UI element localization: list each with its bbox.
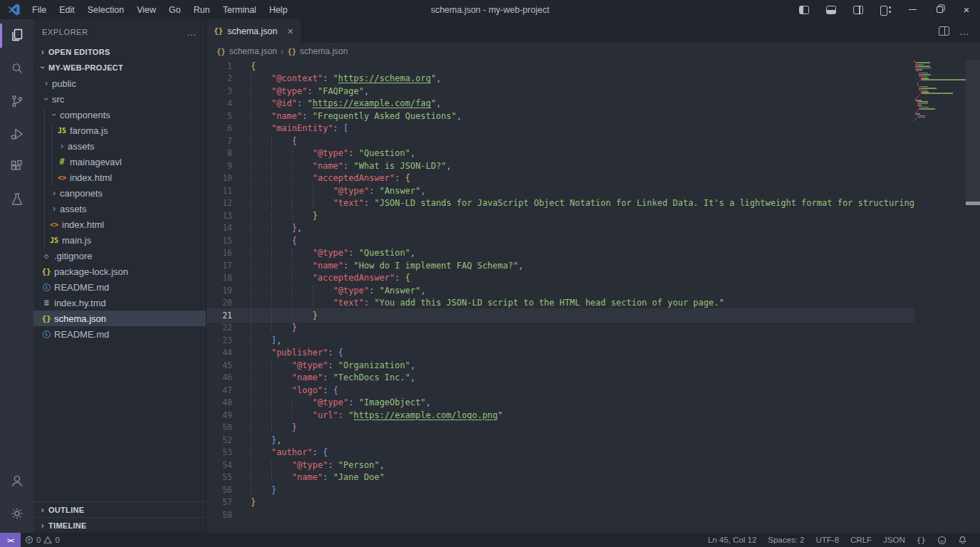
toggle-sidebar-icon[interactable]	[791, 0, 818, 19]
menu-view[interactable]: View	[130, 0, 162, 19]
status-utf-8[interactable]: UTF-8	[810, 533, 845, 547]
file-.gitignore[interactable]: ◇.gitignore	[33, 248, 206, 264]
code-line-44[interactable]: 44 "publisher": {	[207, 347, 914, 360]
scrollbar-thumb[interactable]	[966, 60, 980, 204]
code-line-13[interactable]: 13 }	[207, 209, 914, 222]
file-index.html[interactable]: <>index.html	[33, 170, 206, 185]
close-button[interactable]: ×	[953, 0, 980, 19]
code-line-53[interactable]: 53 "author": {	[207, 447, 914, 459]
file-package-lock.json[interactable]: {}package-lock.json	[33, 264, 206, 279]
file-schema.json[interactable]: {}schema.json	[33, 311, 206, 326]
file-index.hy.tmd[interactable]: ≡index.hy.tmd	[33, 295, 206, 311]
status-crlf[interactable]: CRLF	[845, 533, 877, 547]
code-line-55[interactable]: 55 "name": "Jane Doe"	[207, 472, 914, 484]
toggle-secondary-sidebar-icon[interactable]	[845, 0, 872, 19]
code-line-10[interactable]: 10 "acceptedAnswer": {	[207, 172, 914, 185]
explorer-more-actions-icon[interactable]: …	[187, 26, 197, 38]
restore-button[interactable]	[926, 0, 953, 19]
minimap[interactable]	[914, 61, 966, 123]
editor-more-actions-icon[interactable]: …	[959, 26, 970, 37]
remote-indicator[interactable]: ><	[0, 533, 21, 547]
folder-assets[interactable]: assets	[33, 201, 206, 217]
code-line-11[interactable]: 11 "@type": "Answer",	[207, 184, 914, 197]
folder-src[interactable]: src	[33, 91, 206, 107]
status-ln[interactable]: Ln 45, Col 12	[702, 533, 762, 547]
problems-indicator[interactable]: 0 0	[21, 533, 64, 547]
code-line-21[interactable]: 21 }	[207, 309, 914, 322]
code-line-3[interactable]: 3 "@type": "FAQPage",	[207, 85, 914, 98]
scrollbar-thumb-end[interactable]	[966, 202, 980, 205]
customize-layout-icon[interactable]	[872, 0, 899, 19]
menu-selection[interactable]: Selection	[81, 0, 130, 19]
code-line-12[interactable]: 12 "text": "JSON-LD stands for JavaScrip…	[207, 197, 914, 210]
extensions-icon[interactable]	[0, 150, 33, 183]
folder-assets[interactable]: assets	[33, 138, 206, 154]
menu-help[interactable]: Help	[263, 0, 294, 19]
code-line-54[interactable]: 54 "@type": "Person",	[207, 459, 914, 472]
settings-icon[interactable]	[0, 497, 33, 530]
code-line-46[interactable]: 46 "name": "TechDocs Inc.",	[207, 372, 914, 385]
code-line-9[interactable]: 9 "name": "What is JSON-LD?",	[207, 160, 914, 172]
account-icon[interactable]	[0, 464, 33, 497]
code-line-1[interactable]: 1{	[207, 60, 914, 73]
explorer-icon[interactable]	[0, 19, 33, 52]
code-line-20[interactable]: 20 "text": "You add this JSON-LD script …	[207, 297, 914, 310]
toggle-panel-icon[interactable]	[818, 0, 845, 19]
file-readme.md[interactable]: iREADME.md	[33, 279, 206, 295]
menu-run[interactable]: Run	[187, 0, 217, 19]
status-json[interactable]: JSON	[877, 533, 911, 547]
breadcrumb-item[interactable]: schema.json	[300, 46, 348, 56]
code-line-52[interactable]: 52 },	[207, 434, 914, 447]
tab-close-icon[interactable]: ×	[287, 26, 293, 37]
file-main.js[interactable]: JSmain.js	[33, 232, 206, 248]
code-line-22[interactable]: 22 }	[207, 322, 914, 335]
code-line-5[interactable]: 5 "name": "Frequently Asked Questions",	[207, 110, 914, 123]
code-line-16[interactable]: 16 "@type": "Question",	[207, 247, 914, 260]
file-faroma.js[interactable]: JSfaroma.js	[33, 123, 206, 138]
code-line-18[interactable]: 18 "acceptedAnswer": {	[207, 272, 914, 285]
menu-terminal[interactable]: Terminal	[217, 0, 263, 19]
code-line-6[interactable]: 6 "mainEntity": [	[207, 123, 914, 135]
menu-file[interactable]: File	[26, 0, 53, 19]
file-mainagevavl[interactable]: #mainagevavl	[33, 154, 206, 170]
code-line-17[interactable]: 17 "name": "How do I implement FAQ Schem…	[207, 259, 914, 272]
status-spaces[interactable]: Spaces: 2	[762, 533, 810, 547]
code-line-56[interactable]: 56 }	[207, 484, 914, 496]
code-line-47[interactable]: 47 "logo": {	[207, 384, 914, 397]
notifications-bell-icon[interactable]	[952, 533, 973, 547]
folder-canponets[interactable]: canponets	[33, 185, 206, 201]
split-editor-icon[interactable]	[939, 26, 949, 36]
folder-public[interactable]: public	[33, 75, 206, 91]
file-index.html[interactable]: <>index.html	[33, 217, 206, 232]
code-line-15[interactable]: 15 {	[207, 234, 914, 247]
code-line-7[interactable]: 7 {	[207, 135, 914, 147]
source-control-icon[interactable]	[0, 85, 33, 118]
outline-section[interactable]: OUTLINE	[33, 501, 206, 517]
code-line-2[interactable]: 2 "@context": "https://schema.org",	[207, 73, 914, 85]
code-line-48[interactable]: 48 "@type": "ImageObject",	[207, 397, 914, 410]
code-line-23[interactable]: 23 ],	[207, 334, 914, 347]
code-line-4[interactable]: 4 "@id": "https://example.com/faq",	[207, 98, 914, 110]
code-line-50[interactable]: 50 }	[207, 422, 914, 434]
code-line-57[interactable]: 57}	[207, 496, 914, 509]
open-editors-section[interactable]: OPEN EDITORS	[33, 44, 206, 60]
timeline-section[interactable]: TIMELINE	[33, 517, 206, 533]
menu-go[interactable]: Go	[162, 0, 187, 19]
feedback-icon[interactable]	[932, 533, 952, 547]
code-line-49[interactable]: 49 "url": "https://example.com/logo.png"	[207, 409, 914, 422]
folder-components[interactable]: components	[33, 107, 206, 123]
code-line-8[interactable]: 8 "@type": "Question",	[207, 147, 914, 160]
search-icon[interactable]	[0, 52, 33, 85]
language-status-icon[interactable]: {}	[911, 533, 932, 547]
code-line-19[interactable]: 19 "@type": "Answer",	[207, 284, 914, 297]
file-readme.md[interactable]: iREADME.md	[33, 326, 206, 342]
menu-edit[interactable]: Edit	[53, 0, 81, 19]
workspace-section[interactable]: MY-WEB-PROJECT	[33, 60, 206, 75]
code-editor[interactable]: 1{2 "@context": "https://schema.org",3 "…	[207, 60, 980, 533]
run-debug-icon[interactable]	[0, 118, 33, 150]
vertical-scrollbar[interactable]	[966, 60, 980, 533]
minimize-button[interactable]	[899, 0, 926, 19]
code-line-58[interactable]: 58	[207, 509, 914, 521]
code-line-45[interactable]: 45 "@type": "Organization",	[207, 359, 914, 372]
tab-schema-json[interactable]: {} schema.json ×	[207, 19, 301, 43]
